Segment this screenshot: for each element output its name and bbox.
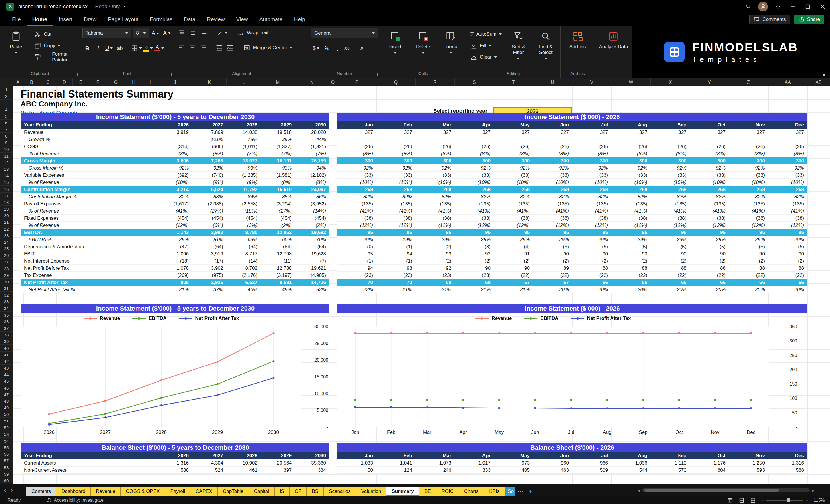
- column-header[interactable]: J: [158, 78, 192, 86]
- align-bottom-button[interactable]: [200, 28, 210, 38]
- cell[interactable]: (12%): [533, 222, 572, 228]
- cell[interactable]: 88: [690, 264, 729, 272]
- table-row[interactable]: Depreciation & Amortization(47)(64)(64)(…: [21, 243, 329, 250]
- sheet-tab-payroll[interactable]: Payroll: [165, 486, 190, 496]
- table-row[interactable]: Current Assets1,3164,30410,90220,56435,3…: [21, 460, 329, 467]
- table-row[interactable]: Tax Expense(269)(975)(2,176)(3,197)(4,90…: [21, 272, 329, 279]
- cell[interactable]: 82%: [376, 193, 416, 200]
- row-header[interactable]: 32: [0, 292, 12, 298]
- table-row[interactable]: Contribution Margin3,2146,52411,79216,61…: [21, 186, 329, 193]
- table-row[interactable]: Gross Margin3,6067,26313,02718,19126,199: [21, 157, 329, 164]
- row-header[interactable]: 42: [0, 358, 12, 365]
- column-header[interactable]: O: [329, 78, 337, 86]
- cell[interactable]: (10%): [690, 179, 729, 186]
- cell[interactable]: 20%: [611, 286, 651, 293]
- cell[interactable]: 88: [572, 264, 611, 272]
- cell[interactable]: -: [729, 136, 768, 143]
- cell[interactable]: 327: [494, 129, 533, 135]
- cell[interactable]: (135): [337, 200, 376, 207]
- sheet-tab-bs[interactable]: BS: [307, 486, 324, 496]
- decrease-decimal-button[interactable]: ←.0: [355, 43, 364, 53]
- cell[interactable]: (64): [192, 243, 226, 250]
- cell[interactable]: 70: [337, 279, 376, 286]
- cell[interactable]: (41%): [768, 208, 807, 214]
- cell[interactable]: (1,581): [261, 171, 295, 179]
- cell[interactable]: (64): [295, 243, 329, 250]
- row-header[interactable]: 44: [0, 371, 12, 378]
- column-header[interactable]: T: [494, 78, 533, 86]
- row-header[interactable]: 4: [0, 106, 12, 113]
- hscroll-right-arrow[interactable]: ▸: [812, 488, 815, 493]
- table-row[interactable]: (0)(1)(2)(3)(4)(5)(5)(5)(5)(5)(5)(5): [337, 243, 807, 250]
- row-header[interactable]: 53: [0, 431, 12, 438]
- cell[interactable]: (5): [651, 243, 690, 250]
- cell[interactable]: (2%): [261, 222, 295, 228]
- cell[interactable]: 268: [376, 186, 416, 193]
- cell[interactable]: 92%: [572, 164, 611, 171]
- column-header[interactable]: U: [533, 78, 572, 86]
- column-header[interactable]: I: [143, 78, 158, 86]
- font-dialog-launcher[interactable]: [168, 73, 172, 76]
- cell[interactable]: 46%: [226, 286, 261, 293]
- cell[interactable]: (10%): [533, 179, 572, 186]
- cell[interactable]: 268: [533, 186, 572, 193]
- row-header[interactable]: 20: [0, 212, 12, 219]
- row-header[interactable]: 7: [0, 126, 12, 133]
- cell[interactable]: (26): [651, 143, 690, 150]
- cell[interactable]: 35,360: [295, 460, 329, 466]
- cell[interactable]: (5): [690, 243, 729, 250]
- cell[interactable]: 49%: [261, 286, 295, 293]
- cell[interactable]: 300: [533, 157, 572, 164]
- cell[interactable]: (23): [337, 272, 376, 279]
- minimize-button[interactable]: [786, 0, 800, 13]
- cell[interactable]: 82%: [651, 193, 690, 200]
- cell[interactable]: 66: [651, 279, 690, 286]
- cell[interactable]: (8%): [572, 150, 611, 157]
- cell[interactable]: (8%): [416, 150, 455, 157]
- table-row[interactable]: EBITDA1,1433,9828,78012,86219,692: [21, 229, 329, 236]
- cell[interactable]: (269): [158, 272, 192, 279]
- cell[interactable]: 461: [226, 467, 261, 473]
- collapse-ribbon-button[interactable]: [823, 74, 825, 76]
- table-row[interactable]: % of Revenue(10%)(9%)(9%)(8%)(8%): [21, 179, 329, 186]
- cell[interactable]: (64): [226, 243, 261, 250]
- cell[interactable]: (22): [533, 272, 572, 279]
- cell[interactable]: 66: [572, 279, 611, 286]
- cell[interactable]: (2,176): [226, 272, 261, 279]
- cell[interactable]: 1,073: [416, 460, 455, 466]
- ribbon-tab-file[interactable]: File: [6, 13, 27, 26]
- cell[interactable]: 300: [416, 157, 455, 164]
- cell[interactable]: 92: [416, 264, 455, 272]
- cell[interactable]: (5): [572, 243, 611, 250]
- cell[interactable]: 29%: [572, 236, 611, 243]
- table-row[interactable]: EBIT1,0963,9198,71712,79819,628: [21, 250, 329, 257]
- cell[interactable]: 93: [376, 264, 416, 272]
- cell[interactable]: 94: [337, 264, 376, 272]
- cell[interactable]: (5): [768, 243, 807, 250]
- cell[interactable]: 82%: [494, 193, 533, 200]
- cell[interactable]: 20%: [572, 286, 611, 293]
- row-header[interactable]: 21: [0, 219, 12, 225]
- sheet-tab-be[interactable]: BE: [419, 486, 437, 496]
- row-header[interactable]: 51: [0, 418, 12, 424]
- cell[interactable]: (5): [729, 243, 768, 250]
- cell[interactable]: -: [455, 136, 494, 143]
- cell[interactable]: 588: [158, 467, 192, 473]
- cell[interactable]: 3,982: [192, 229, 226, 236]
- orientation-button[interactable]: [217, 28, 228, 38]
- sheet-tab-contents[interactable]: Contents: [26, 486, 56, 496]
- cell[interactable]: (10%): [416, 179, 455, 186]
- cell[interactable]: (12%): [158, 222, 192, 228]
- cell[interactable]: 24,097: [295, 186, 329, 193]
- cell[interactable]: 22%: [337, 286, 376, 293]
- cell[interactable]: 50: [337, 467, 376, 473]
- cell[interactable]: 37%: [192, 286, 226, 293]
- cell[interactable]: (2): [533, 257, 572, 264]
- cell[interactable]: 808: [158, 279, 192, 286]
- sheet-tab-is[interactable]: IS: [275, 486, 290, 496]
- cell[interactable]: (314): [158, 143, 192, 150]
- cell[interactable]: (38): [337, 215, 376, 221]
- cell[interactable]: 88: [651, 264, 690, 272]
- table-row[interactable]: (38)(38)(38)(38)(38)(38)(38)(38)(38)(38)…: [337, 215, 807, 222]
- table-row[interactable]: % of Revenue(8%)(8%)(7%)(7%)(7%): [21, 150, 329, 157]
